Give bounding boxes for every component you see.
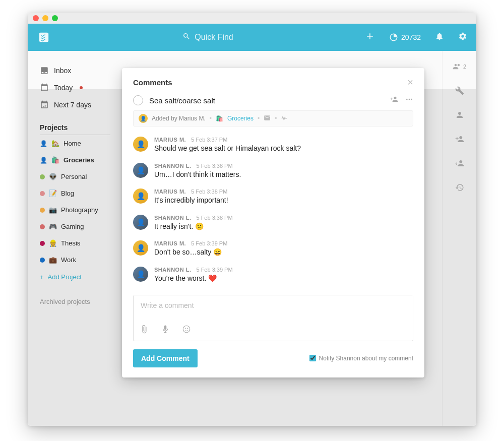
modal-title: Comments — [133, 78, 172, 87]
comment-timestamp: 5 Feb 3:39 PM — [191, 240, 227, 246]
karma-indicator[interactable]: 20732 — [389, 33, 421, 42]
comment-body: MARIUS M. 5 Feb 3:39 PM Don't be so…salt… — [154, 240, 413, 258]
comment-timestamp: 5 Feb 3:39 PM — [196, 267, 232, 273]
assign-person-icon[interactable] — [390, 95, 398, 105]
comment-body: SHANNON L. 5 Feb 3:38 PM It really isn't… — [154, 215, 413, 232]
task-checkbox[interactable] — [133, 95, 143, 105]
activity-small-icon[interactable] — [281, 114, 288, 123]
comment-author: SHANNON L. — [154, 163, 191, 169]
modal-footer: Add Comment Notify Shannon about my comm… — [133, 349, 413, 367]
comment-author: SHANNON L. — [154, 215, 191, 221]
editor-toolbar — [134, 321, 413, 341]
notify-label: Notify Shannon about my comment — [319, 355, 413, 362]
comment-editor — [133, 295, 413, 341]
comment-avatar: 👤 — [133, 267, 148, 282]
comment-row: 👤 MARIUS M. 5 Feb 3:37 PM Should we get … — [133, 134, 413, 160]
task-title: Sea salt/coarse salt — [149, 96, 384, 105]
task-actions — [390, 95, 413, 105]
comment-body: MARIUS M. 5 Feb 3:37 PM Should we get se… — [154, 137, 413, 154]
comment-body: MARIUS M. 5 Feb 3:38 PM It's incredibly … — [154, 188, 413, 206]
notify-checkbox-row[interactable]: Notify Shannon about my comment — [309, 355, 413, 362]
tag-emoji: 🛍️ — [216, 115, 223, 122]
svg-point-7 — [185, 328, 186, 329]
svg-point-5 — [411, 99, 412, 100]
attachment-icon[interactable] — [140, 325, 149, 336]
comment-timestamp: 5 Feb 3:37 PM — [191, 137, 227, 143]
comment-timestamp: 5 Feb 3:38 PM — [196, 163, 232, 169]
minimize-window-button[interactable] — [42, 15, 48, 21]
titlebar — [28, 13, 476, 24]
comment-author: MARIUS M. — [154, 188, 186, 195]
comment-text: You're the worst. ❤️ — [154, 274, 413, 284]
comment-author: MARIUS M. — [154, 240, 186, 246]
collab-count: 2 — [463, 64, 466, 70]
svg-point-8 — [187, 328, 188, 329]
meta-separator: • — [210, 115, 212, 122]
comment-body: SHANNON L. 5 Feb 3:38 PM Um…I don't thin… — [154, 163, 413, 180]
comment-text: Should we get sea salt or Himalayan rock… — [154, 144, 413, 154]
comment-avatar: 👤 — [133, 188, 148, 204]
karma-points: 20732 — [401, 33, 421, 41]
comment-row: 👤 MARIUS M. 5 Feb 3:39 PM Don't be so…sa… — [133, 237, 413, 264]
close-window-button[interactable] — [33, 15, 39, 21]
emoji-icon[interactable] — [182, 325, 191, 336]
added-by-label: Added by Marius M. — [152, 115, 206, 122]
notify-checkbox[interactable] — [309, 355, 316, 361]
comment-text: Don't be so…salty 😄 — [154, 247, 413, 258]
svg-rect-0 — [39, 33, 48, 42]
meta-avatar: 👤 — [139, 114, 148, 123]
add-task-icon[interactable] — [365, 31, 375, 43]
comment-text: Um…I don't think it matters. — [154, 170, 413, 180]
svg-point-3 — [406, 99, 408, 100]
app-logo-icon[interactable] — [37, 30, 51, 44]
microphone-icon[interactable] — [161, 325, 170, 336]
comment-text: It really isn't. 😕 — [154, 222, 413, 232]
comment-avatar: 👤 — [133, 240, 148, 256]
sidebar-item-label: Inbox — [54, 67, 71, 75]
comment-author: MARIUS M. — [154, 137, 186, 143]
comments-list: 👤 MARIUS M. 5 Feb 3:37 PM Should we get … — [133, 134, 413, 290]
task-meta: 👤 Added by Marius M. • 🛍️ Groceries • • — [133, 110, 413, 127]
project-tag[interactable]: Groceries — [227, 115, 254, 122]
meta-separator: • — [258, 115, 260, 122]
comment-row: 👤 SHANNON L. 5 Feb 3:38 PM Um…I don't th… — [133, 160, 413, 186]
modal-header: Comments × — [133, 77, 413, 87]
add-comment-button[interactable]: Add Comment — [133, 349, 198, 367]
email-icon[interactable] — [264, 114, 271, 123]
comment-row: 👤 MARIUS M. 5 Feb 3:38 PM It's incredibl… — [133, 185, 413, 212]
search-bar[interactable]: Quick Find — [51, 32, 365, 42]
comment-author: SHANNON L. — [154, 267, 191, 273]
collaborators-icon[interactable]: 2 — [453, 62, 466, 71]
notifications-icon[interactable] — [435, 32, 444, 43]
comments-modal: Comments × Sea salt/coarse salt 👤 Added … — [122, 68, 424, 377]
comment-avatar: 👤 — [133, 163, 148, 178]
search-placeholder: Quick Find — [195, 33, 233, 42]
svg-point-4 — [409, 99, 410, 100]
comment-avatar: 👤 — [133, 215, 148, 230]
svg-point-6 — [183, 326, 190, 333]
comment-input[interactable] — [134, 295, 413, 319]
comment-row: 👤 SHANNON L. 5 Feb 3:38 PM It really isn… — [133, 212, 413, 238]
comment-row: 👤 SHANNON L. 5 Feb 3:39 PM You're the wo… — [133, 264, 413, 290]
app-window: Quick Find 20732 Inbox — [28, 13, 476, 426]
close-icon[interactable]: × — [407, 77, 413, 87]
app-header: Quick Find 20732 — [28, 24, 476, 51]
comment-avatar: 👤 — [133, 137, 148, 152]
settings-icon[interactable] — [458, 32, 467, 43]
comment-body: SHANNON L. 5 Feb 3:39 PM You're the wors… — [154, 267, 413, 284]
maximize-window-button[interactable] — [52, 15, 58, 21]
header-actions: 20732 — [365, 31, 467, 43]
comment-timestamp: 5 Feb 3:38 PM — [191, 188, 227, 195]
search-icon — [182, 32, 191, 42]
more-icon[interactable] — [405, 95, 413, 105]
comment-text: It's incredibly important! — [154, 196, 413, 206]
comment-timestamp: 5 Feb 3:38 PM — [196, 215, 232, 221]
meta-separator: • — [275, 115, 277, 122]
task-row: Sea salt/coarse salt — [133, 95, 413, 105]
